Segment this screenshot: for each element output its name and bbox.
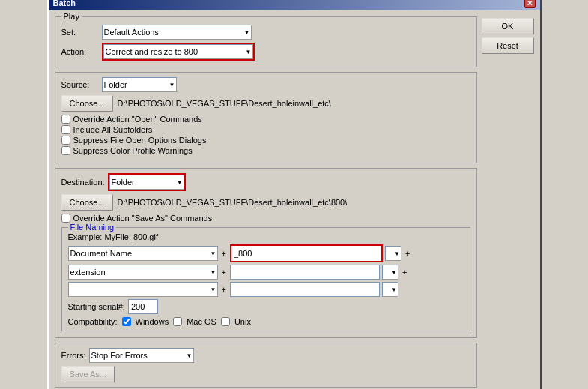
window-title: Batch [53,0,76,7]
naming-row-3: ▼ + ▼ [68,282,464,297]
naming-select-2b-wrapper: ▼ [382,265,398,280]
override-save-checkbox[interactable] [61,214,70,223]
source-path: D:\PHOTOS\OLD_VEGAS_STUFF\Desert_holeinw… [118,99,331,108]
errors-select-wrapper: Stop For Errors Log Errors to File ▼ [89,348,194,363]
override-open-label: Override Action "Open" Commands [73,115,202,124]
naming-select-2-wrapper: extension ▼ [68,265,218,280]
naming-select-3b-wrapper: ▼ [382,282,398,297]
close-button[interactable]: ✕ [524,0,536,8]
errors-select[interactable]: Stop For Errors Log Errors to File [89,348,194,363]
naming-select-1b[interactable] [385,246,401,261]
serial-label: Starting serial#: [68,302,125,311]
source-select-wrapper: Folder Import Opened Files Bridge ▼ [102,77,177,92]
macos-checkbox[interactable] [173,317,182,326]
windows-checkbox[interactable] [122,317,131,326]
naming-select-2b[interactable] [382,265,398,280]
errors-row: Errors: Stop For Errors Log Errors to Fi… [61,348,470,363]
naming-input-3[interactable] [230,282,380,297]
override-save-row: Override Action "Save As" Commands [61,214,470,223]
dest-select-wrapper: None Save and Close Folder ▼ [109,175,184,190]
set-select-wrapper: Default Actions ▼ [102,25,252,40]
naming-select-1-wrapper: Document Name ▼ [68,246,218,261]
compat-label: Compatibility: [68,317,118,326]
source-select[interactable]: Folder Import Opened Files Bridge [102,77,177,92]
source-label: Source: [61,80,99,89]
suppress-file-open-label: Suppress File Open Options Dialogs [73,136,207,145]
unix-checkbox[interactable] [221,317,230,326]
file-naming-example: Example: MyFile_800.gif [68,232,464,241]
ok-button[interactable]: OK [482,18,534,34]
include-subfolders-label: Include All Subfolders [73,125,153,134]
side-buttons: OK Reset [482,16,534,388]
naming-input-1[interactable] [231,246,381,261]
suppress-color-label: Suppress Color Profile Warnings [73,146,193,155]
action-label: Action: [61,47,99,56]
set-label: Set: [61,28,99,37]
serial-input[interactable] [128,299,158,314]
unix-label: Unix [234,317,251,326]
dest-group: Destination: None Save and Close Folder … [55,168,477,338]
play-group-label: Play [61,12,82,21]
compat-row: Compatibility: Windows Mac OS Unix [68,317,464,326]
save-as-button[interactable]: Save As... [61,366,115,382]
naming-select-3b[interactable] [382,282,398,297]
naming-select-1[interactable]: Document Name [68,246,218,261]
naming-select-3-wrapper: ▼ [68,282,218,297]
serial-row: Starting serial#: [68,299,464,314]
naming-select-3[interactable] [68,282,218,297]
naming-row-1: Document Name ▼ + ▼ [68,244,464,262]
suppress-file-open-row: Suppress File Open Options Dialogs [61,136,470,145]
include-subfolders-row: Include All Subfolders [61,125,470,134]
dest-select[interactable]: None Save and Close Folder [109,175,184,190]
plus-1: + [220,249,228,258]
naming-input-2[interactable] [230,265,380,280]
naming-800-highlight [230,244,383,262]
windows-label: Windows [136,317,169,326]
action-highlight: Correct and resize to 800 ▼ [102,43,255,61]
dest-path: D:\PHOTOS\OLD_VEGAS_STUFF\Desert_holeinw… [118,198,348,207]
suppress-color-checkbox[interactable] [61,146,70,155]
errors-section: Errors: Stop For Errors Log Errors to Fi… [55,343,477,388]
reset-button[interactable]: Reset [482,37,534,54]
source-group: Source: Folder Import Opened Files Bridg… [55,72,477,163]
file-naming-box: File Naming Example: MyFile_800.gif Docu… [61,227,470,331]
choose-source-button[interactable]: Choose... [61,95,113,112]
override-open-checkbox[interactable] [61,115,70,124]
suppress-file-open-checkbox[interactable] [61,136,70,145]
errors-label: Errors: [61,351,86,360]
plus-2b: + [401,268,408,277]
dest-label: Destination: [61,178,105,187]
file-naming-label: File Naming [68,223,117,232]
naming-row-2: extension ▼ + ▼ + [68,265,464,280]
macos-label: Mac OS [187,317,216,326]
override-save-label: Override Action "Save As" Commands [73,214,213,223]
suppress-color-row: Suppress Color Profile Warnings [61,146,470,155]
include-subfolders-checkbox[interactable] [61,125,70,134]
plus-3: + [220,285,228,294]
action-select-wrapper: Correct and resize to 800 ▼ [103,44,253,59]
naming-select-1b-wrapper: ▼ [385,246,401,261]
naming-select-2[interactable]: extension [68,265,218,280]
choose-dest-button[interactable]: Choose... [61,194,113,211]
override-open-row: Override Action "Open" Commands [61,115,470,124]
batch-dialog: Batch ✕ Play Set: Default Actions ▼ Acti… [47,0,542,389]
set-select[interactable]: Default Actions [102,25,252,40]
play-group: Play Set: Default Actions ▼ Action: [55,16,477,67]
action-select[interactable]: Correct and resize to 800 [103,44,253,59]
dest-highlight: None Save and Close Folder ▼ [108,173,186,191]
plus-2: + [220,268,228,277]
title-bar: Batch ✕ [49,0,540,10]
plus-1b: + [404,249,411,258]
